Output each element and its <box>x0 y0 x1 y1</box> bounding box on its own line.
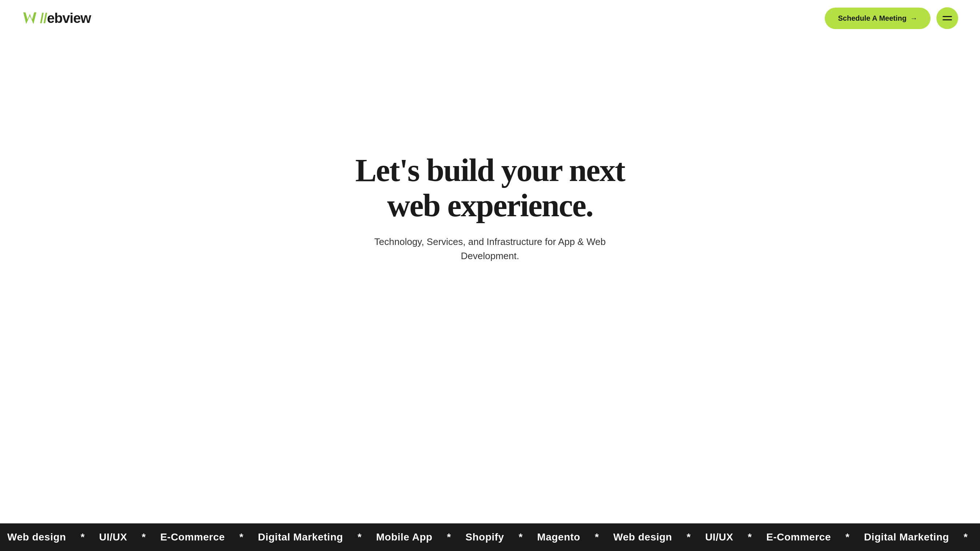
ticker-item-ecommerce-2: E-Commerce <box>766 531 831 543</box>
svg-marker-0 <box>23 12 37 24</box>
ticker-item-uiux: UI/UX <box>99 531 127 543</box>
ticker-item-magento: Magento <box>537 531 581 543</box>
ticker-track: Web design * UI/UX * E-Commerce * Digita… <box>0 531 980 543</box>
ticker-sep-8: * <box>687 531 690 543</box>
ticker-item-shopify: Shopify <box>465 531 504 543</box>
hero-section: Let's build your next web experience. Te… <box>0 37 980 394</box>
arrow-right-icon: → <box>910 14 918 22</box>
ticker-sep-6: * <box>519 531 523 543</box>
ticker-sep-9: * <box>748 531 752 543</box>
nav-right: Schedule A Meeting → <box>825 7 958 29</box>
hero-subtitle: Technology, Services, and Infrastructure… <box>345 235 636 263</box>
hero-title: Let's build your next web experience. <box>326 153 654 224</box>
ticker-item-uiux-2: UI/UX <box>705 531 733 543</box>
hamburger-menu-button[interactable] <box>936 7 958 29</box>
schedule-meeting-button[interactable]: Schedule A Meeting → <box>825 8 931 29</box>
ticker-item-mobile-app: Mobile App <box>376 531 432 543</box>
schedule-meeting-label: Schedule A Meeting <box>838 14 907 22</box>
logo[interactable]: //ebview <box>22 10 91 26</box>
header: //ebview Schedule A Meeting → <box>0 0 980 37</box>
hamburger-line-2 <box>943 19 952 21</box>
ticker-sep-5: * <box>447 531 451 543</box>
ticker-item-ecommerce: E-Commerce <box>161 531 225 543</box>
hamburger-line-1 <box>943 16 952 17</box>
logo-text: //ebview <box>40 11 91 26</box>
ticker-sep-2: * <box>142 531 146 543</box>
ticker-sep-4: * <box>358 531 361 543</box>
ticker-sep-11: * <box>964 531 968 543</box>
webview-logo-icon <box>22 10 38 26</box>
ticker-item-digital-marketing: Digital Marketing <box>258 531 343 543</box>
ticker-item-digital-marketing-2: Digital Marketing <box>864 531 949 543</box>
ticker-banner: Web design * UI/UX * E-Commerce * Digita… <box>0 523 980 551</box>
ticker-sep-7: * <box>595 531 599 543</box>
ticker-sep-3: * <box>239 531 243 543</box>
ticker-item-web-design: Web design <box>7 531 66 543</box>
ticker-sep-10: * <box>845 531 850 543</box>
ticker-item-web-design-2: Web design <box>614 531 672 543</box>
ticker-sep-1: * <box>81 531 85 543</box>
